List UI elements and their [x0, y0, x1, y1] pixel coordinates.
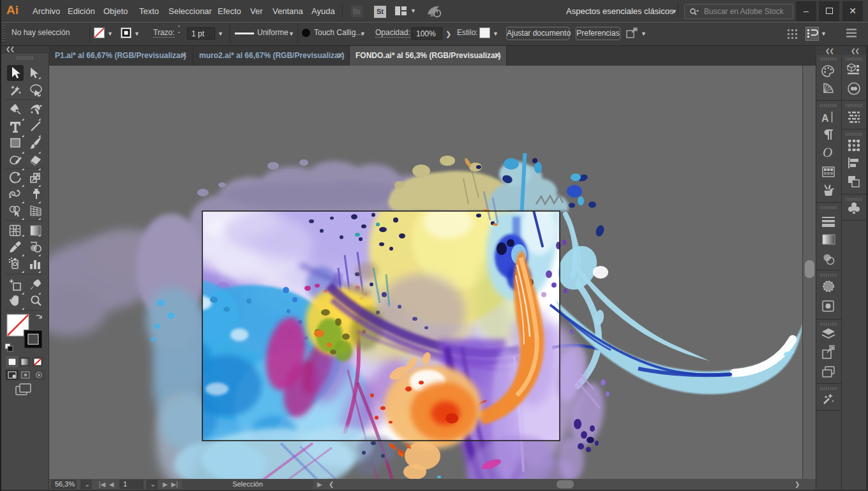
- svg-text:A: A: [821, 113, 829, 124]
- svg-text:❮❮: ❮❮: [851, 48, 860, 55]
- svg-text:❮❮: ❮❮: [825, 48, 834, 55]
- svg-text:O: O: [823, 145, 832, 160]
